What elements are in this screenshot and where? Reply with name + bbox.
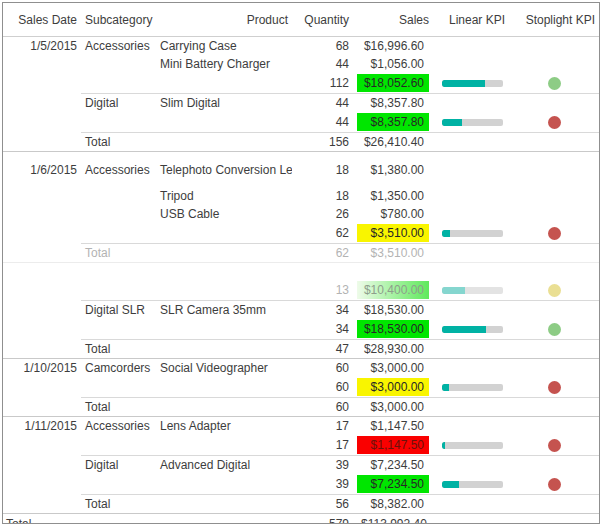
product-cell: Social Videographer: [156, 359, 292, 378]
product-cell: [156, 244, 292, 263]
table-row: Total62$3,510.00: [3, 244, 599, 263]
sales-value: $1,147.50: [357, 417, 429, 435]
linear-kpi-cell: [433, 280, 509, 301]
table-row: 17$1,147.50: [3, 435, 599, 456]
sales-cell: $3,000.00: [353, 359, 433, 378]
sales-date-cell: [3, 244, 81, 263]
sales-date-cell: [3, 112, 81, 133]
sales-date-cell: [3, 398, 81, 417]
table-row: 13$10,400.00: [3, 280, 599, 301]
sales-report-table: Sales Date Subcategory Product Quantity …: [3, 3, 599, 524]
product-cell: [156, 377, 292, 398]
quantity-cell: 39: [292, 456, 353, 475]
sales-value: $3,510.00: [357, 244, 429, 262]
sales-date-cell: [3, 205, 81, 223]
product-cell: [156, 435, 292, 456]
sales-value: $10,400.00: [357, 281, 429, 299]
table-row: 1/5/2015AccessoriesCarrying Case68$16,99…: [3, 37, 599, 56]
subcategory-cell: Digital: [81, 94, 156, 113]
sales-value: $18,530.00: [357, 301, 429, 319]
sales-value: $3,510.00: [357, 224, 429, 242]
stoplight-kpi-cell: [509, 456, 599, 475]
sales-date-cell: [3, 94, 81, 113]
product-cell: [156, 223, 292, 244]
stoplight-kpi-cell: [509, 55, 599, 73]
report-table-body: 1/5/2015AccessoriesCarrying Case68$16,99…: [3, 37, 599, 525]
product-cell: [156, 495, 292, 514]
sales-date-cell: [3, 301, 81, 320]
sales-cell: [353, 263, 433, 281]
product-cell: [156, 319, 292, 340]
product-cell: Advanced Digital: [156, 456, 292, 475]
subcategory-cell: Accessories: [81, 37, 156, 56]
sales-cell: $28,930.00: [353, 340, 433, 359]
quantity-cell: 62: [292, 244, 353, 263]
quantity-cell: 18: [292, 187, 353, 205]
stoplight-indicator-red-icon: [548, 478, 561, 491]
product-cell: [156, 263, 292, 281]
sales-cell: $3,510.00: [353, 223, 433, 244]
sales-cell: $3,000.00: [353, 377, 433, 398]
product-cell: [156, 398, 292, 417]
sales-date-cell: [3, 280, 81, 301]
sales-date-cell: 1/5/2015: [3, 37, 81, 56]
product-cell: [156, 280, 292, 301]
linear-kpi-bar: [442, 287, 503, 294]
sales-date-cell: [3, 55, 81, 73]
sales-value: $3,000.00: [357, 359, 429, 377]
linear-kpi-cell: [433, 435, 509, 456]
sales-value: [357, 270, 429, 274]
quantity-cell: 60: [292, 398, 353, 417]
subcategory-cell: Accessories: [81, 152, 156, 188]
sales-value: $7,234.50: [357, 456, 429, 474]
subcategory-cell: [81, 280, 156, 301]
stoplight-kpi-cell: [509, 94, 599, 113]
stoplight-kpi-cell: [509, 263, 599, 281]
subcategory-cell: Total: [81, 244, 156, 263]
sales-cell: $26,410.40: [353, 133, 433, 152]
table-row: Mini Battery Charger44$1,056.00: [3, 55, 599, 73]
linear-kpi-cell: [433, 152, 509, 188]
sales-value: $780.00: [357, 205, 429, 223]
linear-kpi-cell: [433, 398, 509, 417]
stoplight-kpi-cell: [509, 301, 599, 320]
subcategory-cell: [81, 514, 156, 525]
header-product: Product: [156, 3, 292, 37]
quantity-cell: 68: [292, 37, 353, 56]
stoplight-kpi-cell: [509, 280, 599, 301]
sales-date-cell: [3, 474, 81, 495]
table-row: USB Cable26$780.00: [3, 205, 599, 223]
linear-kpi-bar: [442, 326, 503, 333]
subcategory-cell: [81, 435, 156, 456]
sales-cell: $8,382.00: [353, 495, 433, 514]
header-sales-date: Sales Date: [3, 3, 81, 37]
linear-kpi-cell: [433, 301, 509, 320]
sales-date-cell: [3, 340, 81, 359]
linear-kpi-bar: [442, 80, 503, 87]
sales-cell: $1,056.00: [353, 55, 433, 73]
product-cell: Slim Digital: [156, 94, 292, 113]
stoplight-kpi-cell: [509, 73, 599, 94]
linear-kpi-cell: [433, 187, 509, 205]
product-cell: [156, 133, 292, 152]
sales-cell: $7,234.50: [353, 474, 433, 495]
quantity-cell: 44: [292, 55, 353, 73]
sales-date-cell: Total: [3, 514, 81, 525]
sales-value: $26,410.40: [357, 133, 429, 151]
quantity-cell: 56: [292, 495, 353, 514]
sales-date-cell: 1/6/2015: [3, 152, 81, 188]
subcategory-cell: [81, 112, 156, 133]
quantity-cell: 112: [292, 73, 353, 94]
product-cell: Telephoto Conversion Lens: [156, 152, 292, 188]
stoplight-kpi-cell: [509, 112, 599, 133]
table-row: DigitalAdvanced Digital39$7,234.50: [3, 456, 599, 475]
quantity-cell: 18: [292, 152, 353, 188]
linear-kpi-cell: [433, 340, 509, 359]
stoplight-kpi-cell: [509, 417, 599, 436]
quantity-cell: 44: [292, 94, 353, 113]
quantity-cell: 17: [292, 417, 353, 436]
product-cell: [156, 474, 292, 495]
subcategory-cell: [81, 263, 156, 281]
header-subcategory: Subcategory: [81, 3, 156, 37]
product-cell: [156, 340, 292, 359]
